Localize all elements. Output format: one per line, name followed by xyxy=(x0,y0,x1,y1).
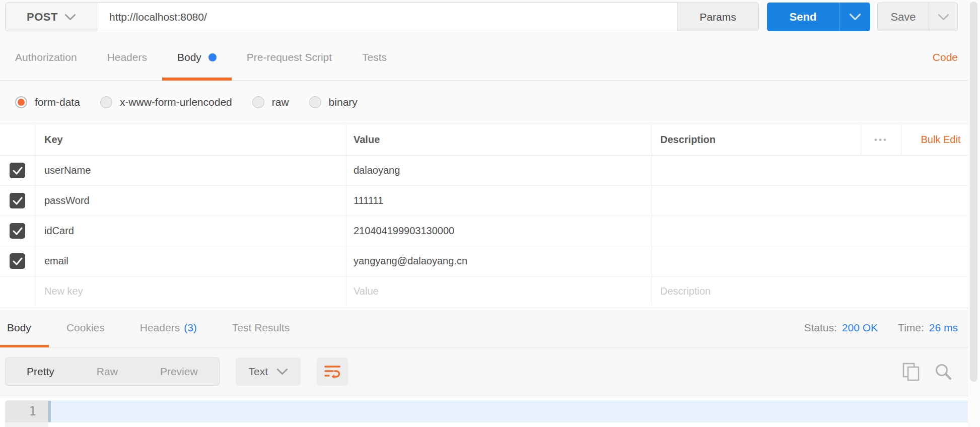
row-check-cell xyxy=(0,156,35,185)
radio-label: binary xyxy=(329,96,358,108)
toolbar-right-icons xyxy=(901,362,953,381)
tab-label: Authorization xyxy=(15,51,77,63)
url-container: POST http://localhost:8080/ Params xyxy=(5,3,759,31)
radio-unselected-icon xyxy=(252,96,264,108)
value-field[interactable]: 111111 xyxy=(346,186,652,216)
row-checkbox-checked[interactable] xyxy=(10,193,25,208)
key-field[interactable]: email xyxy=(35,246,346,276)
ellipsis-icon[interactable]: ••• xyxy=(874,135,888,145)
time-item: Time: 26 ms xyxy=(898,322,958,334)
response-body-editor[interactable]: 1 xyxy=(0,396,980,427)
method-label: POST xyxy=(27,11,58,24)
method-dropdown[interactable]: POST xyxy=(6,3,97,31)
format-dropdown[interactable]: Text xyxy=(236,358,301,386)
url-input[interactable]: http://localhost:8080/ xyxy=(97,3,677,31)
radio-raw[interactable]: raw xyxy=(252,96,289,108)
row-checkbox-checked[interactable] xyxy=(10,223,25,239)
radio-form-data[interactable]: form-data xyxy=(15,96,80,108)
save-button-group: Save xyxy=(877,3,958,31)
save-button[interactable]: Save xyxy=(877,3,929,31)
save-options-button[interactable] xyxy=(929,3,958,31)
response-tab-test-results[interactable]: Test Results xyxy=(215,308,307,347)
send-button-group: Send xyxy=(767,3,870,31)
tab-label: Tests xyxy=(362,51,387,63)
row-check-cell xyxy=(0,276,35,306)
table-row: passWord 111111 xyxy=(0,186,980,216)
key-field[interactable]: idCard xyxy=(35,216,346,246)
postman-app-window: POST http://localhost:8080/ Params Send … xyxy=(0,0,980,427)
body-type-selector: form-data x-www-form-urlencoded raw bina… xyxy=(0,81,980,124)
header-value: Value xyxy=(346,124,652,155)
description-field[interactable] xyxy=(652,156,980,185)
word-wrap-button[interactable] xyxy=(317,358,348,386)
time-value[interactable]: 26 ms xyxy=(929,322,958,334)
view-mode-preview[interactable]: Preview xyxy=(139,366,219,378)
response-tab-headers[interactable]: Headers (3) xyxy=(122,308,215,347)
radio-x-www-form-urlencoded[interactable]: x-www-form-urlencoded xyxy=(100,96,232,108)
body-has-content-dot xyxy=(208,53,217,61)
table-row: idCard 210404199903130000 xyxy=(0,216,980,246)
tab-body[interactable]: Body xyxy=(162,34,232,80)
radio-binary[interactable]: binary xyxy=(309,96,358,108)
tab-label: Headers xyxy=(140,322,180,334)
bulk-edit-link[interactable]: Bulk Edit xyxy=(921,134,961,146)
description-field[interactable] xyxy=(652,216,980,246)
view-mode-raw[interactable]: Raw xyxy=(76,366,139,378)
header-menu-cell: ••• xyxy=(861,124,901,155)
row-check-cell xyxy=(0,216,35,246)
response-tab-body[interactable]: Body xyxy=(0,308,49,347)
table-row: userName dalaoyang xyxy=(0,156,980,186)
description-field[interactable] xyxy=(652,246,980,276)
value-field[interactable]: dalaoyang xyxy=(346,156,652,185)
status-value[interactable]: 200 OK xyxy=(842,322,878,334)
row-checkbox-checked[interactable] xyxy=(10,253,25,269)
tab-authorization[interactable]: Authorization xyxy=(0,34,92,80)
send-button[interactable]: Send xyxy=(767,3,839,31)
radio-label: form-data xyxy=(35,96,80,108)
params-button[interactable]: Params xyxy=(677,3,758,31)
radio-unselected-icon xyxy=(100,96,112,108)
scrollbar-thumb[interactable] xyxy=(970,2,977,382)
radio-unselected-icon xyxy=(309,96,321,108)
checkmark-icon xyxy=(13,197,23,205)
key-field[interactable]: userName xyxy=(35,156,346,185)
format-label: Text xyxy=(249,366,268,378)
tab-label: Body xyxy=(7,322,31,334)
tab-label: Test Results xyxy=(232,322,290,334)
table-row: email yangyang@dalaoyang.cn xyxy=(0,246,980,276)
form-data-table: Key Value Description ••• Bulk Edit user… xyxy=(0,124,980,306)
response-tab-cookies[interactable]: Cookies xyxy=(49,308,122,347)
description-field[interactable] xyxy=(652,186,980,216)
active-editor-line[interactable] xyxy=(48,400,968,422)
radio-label: raw xyxy=(272,96,289,108)
row-checkbox-checked[interactable] xyxy=(10,163,25,178)
value-field[interactable]: 210404199903130000 xyxy=(346,216,652,246)
checkmark-icon xyxy=(13,257,23,265)
radio-selected-icon xyxy=(15,96,27,108)
tab-headers[interactable]: Headers xyxy=(92,34,162,80)
word-wrap-icon xyxy=(324,364,341,379)
chevron-down-icon xyxy=(277,369,288,375)
new-value-input[interactable]: Value xyxy=(346,276,652,306)
row-check-cell xyxy=(0,246,35,276)
view-mode-pretty[interactable]: Pretty xyxy=(6,366,76,378)
header-description: Description xyxy=(652,124,861,155)
header-check-cell xyxy=(0,124,35,155)
tab-tests[interactable]: Tests xyxy=(347,34,402,80)
line-number-gutter: 1 xyxy=(5,400,48,422)
search-button[interactable] xyxy=(934,362,953,381)
new-key-input[interactable]: New key xyxy=(35,276,346,306)
request-tabs: Authorization Headers Body Pre-request S… xyxy=(0,34,980,81)
checkmark-icon xyxy=(13,227,23,235)
chevron-down-icon xyxy=(938,14,949,20)
tab-pre-request-script[interactable]: Pre-request Script xyxy=(232,34,347,80)
copy-button[interactable] xyxy=(901,362,921,381)
value-field[interactable]: yangyang@dalaoyang.cn xyxy=(346,246,652,276)
key-field[interactable]: passWord xyxy=(35,186,346,216)
send-options-button[interactable] xyxy=(839,3,870,31)
editor-line-1: 1 xyxy=(5,400,968,422)
new-description-input[interactable]: Description xyxy=(652,276,980,306)
headers-count-badge: (3) xyxy=(184,322,197,334)
chevron-down-icon xyxy=(850,14,861,20)
code-link[interactable]: Code xyxy=(933,51,958,63)
